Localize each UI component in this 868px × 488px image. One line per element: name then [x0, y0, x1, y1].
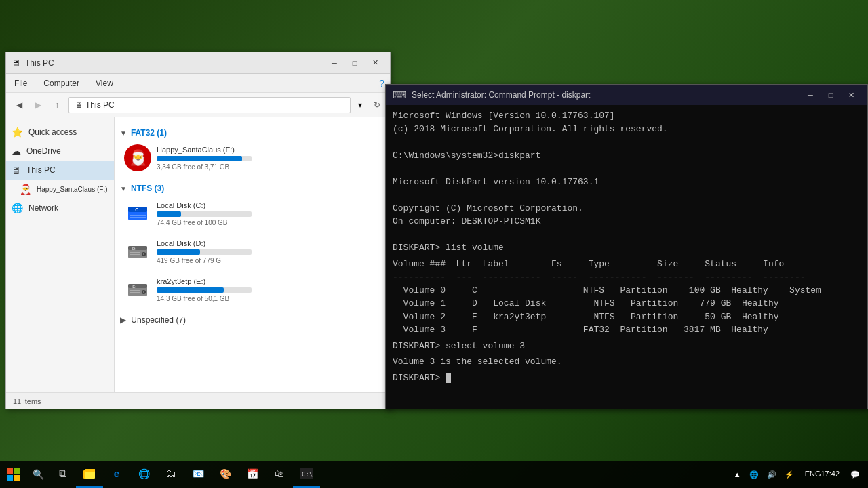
tray-volume[interactable]: 🔊	[764, 461, 779, 488]
file-item-drive-d[interactable]: D: Local Disk (D:) 419 GB free of 779 G	[120, 234, 256, 269]
cmd-cursor	[446, 373, 451, 383]
sidebar-quick-access-label: Quick access	[28, 127, 77, 137]
address-path[interactable]: 🖥 This PC	[68, 97, 351, 113]
sidebar-item-quick-access[interactable]: ⭐ Quick access	[6, 123, 114, 142]
cmd-maximize-button[interactable]: □	[821, 88, 840, 102]
cmd-minimize-button[interactable]: ─	[801, 88, 820, 102]
explorer-close-button[interactable]: ✕	[366, 56, 384, 70]
tray-clock[interactable]: ENG 17:42	[800, 461, 845, 488]
svg-rect-20	[14, 468, 20, 474]
sidebar-item-happy-santa[interactable]: 🎅 Happy_SantaClaus (F:)	[6, 180, 114, 199]
cmd-content[interactable]: Microsoft Windows [Version 10.0.17763.10…	[386, 105, 867, 409]
explorer-status-bar: 11 items	[6, 392, 390, 409]
svg-rect-19	[7, 468, 13, 474]
drive-d-icon: D:	[124, 238, 151, 265]
svg-text:C:\: C:\	[302, 471, 313, 478]
cmd-volume-1: Volume 1 D Local Disk NTFS Partition 779…	[393, 297, 861, 310]
drive-e-info: kra2yt3etp (E:) 14,3 GB free of 50,1 GB	[157, 277, 252, 302]
address-dropdown-button[interactable]: ▾	[355, 100, 366, 110]
taskbar-search-button[interactable]: 🔍	[27, 461, 49, 488]
explorer-maximize-button[interactable]: □	[345, 56, 364, 70]
explorer-menu-bar: File Computer View ?	[6, 74, 390, 93]
explorer-content: ⭐ Quick access ☁ OneDrive 🖥 This PC 🎅 Ha…	[6, 117, 390, 392]
sidebar-item-network[interactable]: 🌐 Network	[6, 199, 114, 218]
tray-battery[interactable]: ⚡	[782, 461, 797, 488]
sidebar-item-this-pc[interactable]: 🖥 This PC	[6, 161, 114, 180]
svg-rect-2	[130, 215, 146, 216]
help-icon[interactable]: ?	[379, 78, 384, 89]
explorer-title-icon: 🖥	[12, 58, 21, 68]
cmd-line-5	[393, 162, 861, 176]
cmd-select-cmd-text: DISKPART> select volume 3	[393, 341, 525, 351]
cmd-close-button[interactable]: ✕	[842, 88, 861, 102]
tray-language: ENG	[805, 469, 821, 479]
taskbar-mail[interactable]: 📧	[184, 461, 212, 488]
drive-e-progress-bg	[157, 287, 252, 293]
nav-forward-button[interactable]: ▶	[31, 98, 45, 113]
happy-santa-sidebar-icon: 🎅	[20, 184, 31, 195]
tray-notifications[interactable]: ▲	[731, 461, 744, 488]
file-item-drive-e[interactable]: E: kra2yt3etp (E:) 14,3 GB free of 50,1 …	[120, 272, 256, 307]
status-text: 11 items	[13, 397, 41, 405]
drive-e-progress-fill	[157, 287, 224, 293]
cmd-line-3	[393, 136, 861, 149]
taskbar-edge[interactable]: e	[103, 461, 130, 488]
explorer-title-text: This PC	[25, 58, 325, 68]
ntfs-file-grid: C: Local Disk (C:) 74,4 GB free of 100 G…	[120, 196, 384, 307]
network-icon: 🌐	[12, 203, 23, 214]
tray-network[interactable]: 🌐	[747, 461, 762, 488]
menu-view[interactable]: View	[87, 74, 121, 93]
drive-c-progress-fill	[157, 211, 181, 217]
explorer-minimize-button[interactable]: ─	[325, 56, 344, 70]
ntfs-arrow-icon: ▼	[120, 185, 127, 192]
ntfs-group-label: NTFS (3)	[131, 184, 164, 193]
fat32-group-header[interactable]: ▼ FAT32 (1)	[120, 125, 384, 140]
taskbar-task-view[interactable]: ⧉	[49, 461, 76, 488]
taskbar-store[interactable]: 🛍	[266, 461, 293, 488]
svg-point-8	[143, 253, 144, 255]
taskbar-ie[interactable]: 🌐	[130, 461, 157, 488]
address-refresh-button[interactable]: ↻	[370, 98, 384, 113]
taskbar-folder-2[interactable]: 🗂	[157, 461, 184, 488]
cmd-title-text: Select Administrator: Command Prompt - d…	[412, 90, 801, 100]
sidebar-item-onedrive[interactable]: ☁ OneDrive	[6, 142, 114, 161]
cmd-table-header: Volume ### Ltr Label Fs Type Size Status…	[393, 258, 861, 271]
svg-rect-16	[130, 290, 140, 291]
svg-rect-25	[85, 469, 95, 472]
menu-file[interactable]: File	[6, 74, 35, 93]
ntfs-group-header[interactable]: ▼ NTFS (3)	[120, 181, 384, 196]
cmd-window-controls: ─ □ ✕	[801, 88, 861, 102]
taskbar-paint[interactable]: 🎨	[212, 461, 239, 488]
nav-up-button[interactable]: ↑	[50, 98, 64, 113]
taskbar-calendar[interactable]: 📅	[239, 461, 266, 488]
svg-rect-10	[130, 254, 140, 255]
file-item-happy-santa[interactable]: 🎅 Happy_SantaClaus (F:) 3,34 GB free of …	[120, 140, 256, 176]
drive-d-progress-fill	[157, 249, 200, 255]
svg-rect-22	[14, 475, 20, 481]
unspecified-group[interactable]: ▶ Unspecified (7)	[120, 312, 384, 327]
file-item-drive-c[interactable]: C: Local Disk (C:) 74,4 GB free of 100 G…	[120, 196, 256, 231]
fat32-group-label: FAT32 (1)	[131, 128, 167, 138]
drive-c-name: Local Disk (C:)	[157, 201, 252, 209]
cmd-window: ⌨ Select Administrator: Command Prompt -…	[385, 84, 868, 409]
tray-action-center[interactable]: 💬	[848, 461, 863, 488]
drive-c-icon: C:	[124, 200, 151, 227]
cmd-line-1: Microsoft Windows [Version 10.0.17763.10…	[393, 109, 861, 123]
taskbar: 🔍 ⧉ e 🌐 🗂 📧 🎨 📅 🛍 C:\ ▲ 🌐 🔊 ⚡	[0, 461, 868, 488]
explorer-sidebar: ⭐ Quick access ☁ OneDrive 🖥 This PC 🎅 Ha…	[6, 117, 115, 392]
fat32-file-grid: 🎅 Happy_SantaClaus (F:) 3,34 GB free of …	[120, 140, 384, 176]
cmd-select-result: Volume 3 is the selected volume.	[393, 355, 861, 369]
drive-d-free-space: 419 GB free of 779 G	[157, 257, 252, 264]
taskbar-file-explorer[interactable]	[76, 461, 103, 488]
cmd-taskbar-icon: C:\	[300, 468, 313, 479]
sidebar-happy-santa-label: Happy_SantaClaus (F:)	[37, 186, 108, 193]
svg-rect-3	[130, 217, 146, 218]
menu-computer[interactable]: Computer	[35, 74, 87, 93]
taskbar-cmd[interactable]: C:\	[293, 461, 320, 488]
explorer-titlebar: 🖥 This PC ─ □ ✕	[6, 52, 390, 74]
start-button[interactable]	[0, 461, 27, 488]
svg-rect-17	[130, 292, 140, 293]
nav-back-button[interactable]: ◀	[12, 98, 26, 113]
cmd-volume-0: Volume 0 C NTFS Partition 100 GB Healthy…	[393, 284, 861, 298]
address-path-text: This PC	[85, 100, 115, 110]
